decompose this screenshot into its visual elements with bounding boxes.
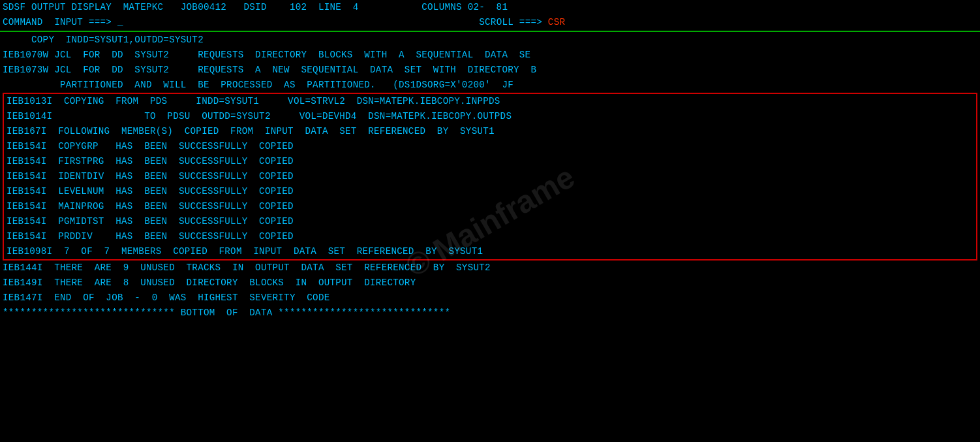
boxed-line-2: IEB1014I TO PDSU OUTDD=SYSUT2 VOL=DEVHD4…	[4, 109, 976, 124]
boxed-line-6: IEB154I IDENTDIV HAS BEEN SUCCESSFULLY C…	[4, 169, 976, 184]
boxed-line-10: IEB154I PRDDIV HAS BEEN SUCCESSFULLY COP…	[4, 229, 976, 244]
header-line-1: SDSF OUTPUT DISPLAY MATEPKC JOB00412 DSI…	[0, 0, 980, 15]
boxed-line-1: IEB1013I COPYING FROM PDS INDD=SYSUT1 VO…	[4, 94, 976, 109]
warning-line-3: PARTITIONED AND WILL BE PROCESSED AS PAR…	[0, 78, 980, 93]
terminal-display: © Mainframe SDSF OUTPUT DISPLAY MATEPKC …	[0, 0, 980, 442]
boxed-line-3: IEB167I FOLLOWING MEMBER(S) COPIED FROM …	[4, 124, 976, 139]
boxed-line-4: IEB154I COPYGRP HAS BEEN SUCCESSFULLY CO…	[4, 139, 976, 154]
warning-line-2: IEB1073W JCL FOR DD SYSUT2 REQUESTS A NE…	[0, 63, 980, 78]
boxed-output-section: IEB1013I COPYING FROM PDS INDD=SYSUT1 VO…	[3, 93, 977, 260]
boxed-line-7: IEB154I LEVELNUM HAS BEEN SUCCESSFULLY C…	[4, 184, 976, 199]
command-cursor: _	[117, 17, 123, 27]
header-line-2: COMMAND INPUT ===> _ SCROLL ===> CSR	[0, 15, 980, 32]
boxed-line-9: IEB154I PGMIDTST HAS BEEN SUCCESSFULLY C…	[4, 214, 976, 229]
bottom-line-1: IEB144I THERE ARE 9 UNUSED TRACKS IN OUT…	[0, 260, 980, 276]
bottom-line-2: IEB149I THERE ARE 8 UNUSED DIRECTORY BLO…	[0, 276, 980, 291]
boxed-line-11: IEB1098I 7 OF 7 MEMBERS COPIED FROM INPU…	[4, 244, 976, 259]
boxed-line-8: IEB154I MAINPROG HAS BEEN SUCCESSFULLY C…	[4, 199, 976, 214]
boxed-line-5: IEB154I FIRSTPRG HAS BEEN SUCCESSFULLY C…	[4, 154, 976, 169]
warning-line-1: IEB1070W JCL FOR DD SYSUT2 REQUESTS DIRE…	[0, 48, 980, 63]
scroll-value: CSR	[548, 17, 565, 27]
copy-command-line: COPY INDD=SYSUT1,OUTDD=SYSUT2	[0, 33, 980, 48]
bottom-line-3: IEB147I END OF JOB - 0 WAS HIGHEST SEVER…	[0, 291, 980, 306]
bottom-of-data: ****************************** BOTTOM OF…	[0, 306, 980, 321]
